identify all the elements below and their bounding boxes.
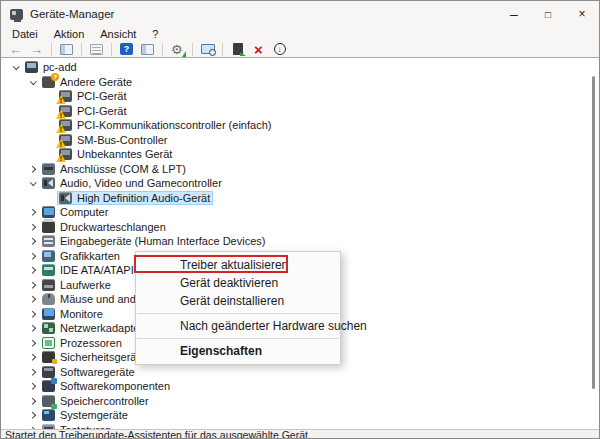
- maximize-button[interactable]: □: [531, 1, 565, 27]
- tree-item[interactable]: SM-Bus-Controller: [57, 133, 170, 148]
- tree-item[interactable]: Softwarekomponenten: [40, 379, 173, 394]
- toolbar-scan-hardware-changes-icon[interactable]: [199, 42, 216, 57]
- scrollbar-thumb[interactable]: [592, 76, 595, 389]
- tree-item[interactable]: PCI-Gerät: [57, 104, 130, 119]
- tree-row[interactable]: Systemgeräte: [1, 408, 599, 423]
- toolbar-show-console-tree-icon[interactable]: [58, 42, 75, 57]
- tree-row[interactable]: Eingabegeräte (Human Interface Devices): [1, 234, 599, 249]
- tree-row[interactable]: Speichercontroller: [1, 394, 599, 409]
- tree-item-selected[interactable]: High Definition Audio-Gerät: [57, 191, 213, 206]
- tree-item-label: pc-add: [43, 60, 77, 75]
- tree-item[interactable]: Monitore: [40, 307, 106, 322]
- context-menu-item[interactable]: Gerät deinstallieren: [136, 292, 340, 310]
- tree-row[interactable]: Unbekanntes Gerät: [1, 147, 599, 162]
- tree-item[interactable]: Prozessoren: [40, 336, 125, 351]
- toolbar-disable-device-icon[interactable]: ×: [250, 42, 267, 57]
- tree-item[interactable]: Audio, Video und Gamecontroller: [40, 176, 225, 191]
- menu-item-ansicht[interactable]: Ansicht: [92, 27, 144, 41]
- tree-item[interactable]: Anschlüsse (COM & LPT): [40, 162, 189, 177]
- tree-row[interactable]: PCI-Kommunikationscontroller (einfach): [1, 118, 599, 133]
- drive-device-icon: [42, 279, 55, 291]
- chevron-right-icon[interactable]: [26, 399, 40, 404]
- tree-item[interactable]: Netzwerkadapter: [40, 321, 146, 336]
- tree-item[interactable]: PCI-Kommunikationscontroller (einfach): [57, 118, 274, 133]
- chevron-right-icon[interactable]: [26, 326, 40, 331]
- tree-item[interactable]: Unbekanntes Gerät: [57, 147, 175, 162]
- toolbar-forward-icon[interactable]: →: [28, 42, 45, 57]
- tree-item[interactable]: Druckwarteschlangen: [40, 220, 169, 235]
- tree-row[interactable]: Computer: [1, 205, 599, 220]
- context-menu-item[interactable]: Nach geänderter Hardware suchen: [136, 317, 340, 335]
- tree-item[interactable]: Tastaturen: [40, 423, 114, 430]
- tree-row[interactable]: PCI-Gerät: [1, 89, 599, 104]
- toolbar-more-actions-icon[interactable]: ↓: [271, 42, 288, 57]
- chevron-right-icon[interactable]: [26, 225, 40, 230]
- chevron-right-icon[interactable]: [26, 312, 40, 317]
- menu-item-datei[interactable]: Datei: [4, 27, 46, 41]
- tree-item[interactable]: Computer: [40, 205, 111, 220]
- tree-row[interactable]: Softwarekomponenten: [1, 379, 599, 394]
- tree-row[interactable]: High Definition Audio-Gerät: [1, 191, 599, 206]
- close-button[interactable]: ×: [565, 1, 599, 27]
- toolbar-properties-icon[interactable]: [139, 42, 156, 57]
- tree-item[interactable]: Andere Geräte: [40, 75, 135, 90]
- tree-item[interactable]: pc-add: [23, 60, 80, 75]
- toolbar-uninstall-device-icon[interactable]: [229, 42, 246, 57]
- network-device-icon: [42, 322, 55, 334]
- tree-item[interactable]: PCI-Gerät: [57, 89, 130, 104]
- menu-item-aktion[interactable]: Aktion: [46, 27, 93, 41]
- toolbar-export-list-icon[interactable]: [88, 42, 105, 57]
- tree-item-label: SM-Bus-Controller: [77, 133, 167, 148]
- status-bar: Startet den Treiberupdate-Assistenten fü…: [1, 429, 599, 439]
- swcomp-device-icon: [42, 380, 55, 392]
- tree-item[interactable]: Softwaregeräte: [40, 365, 138, 380]
- tree-item[interactable]: Sicherheitsgeräte: [40, 350, 149, 365]
- unknown-cat-device-icon: [42, 76, 55, 88]
- toolbar-back-icon[interactable]: ←: [7, 42, 24, 57]
- chevron-right-icon[interactable]: [26, 254, 40, 259]
- tree-item[interactable]: Eingabegeräte (Human Interface Devices): [40, 234, 268, 249]
- chevron-down-icon[interactable]: [26, 81, 40, 84]
- tree-row[interactable]: Druckwarteschlangen: [1, 220, 599, 235]
- tree-row[interactable]: Softwaregeräte: [1, 365, 599, 380]
- tree-row[interactable]: Anschlüsse (COM & LPT): [1, 162, 599, 177]
- chevron-down-icon[interactable]: [26, 182, 40, 185]
- tree-row[interactable]: Audio, Video und Gamecontroller: [1, 176, 599, 191]
- chevron-right-icon[interactable]: [26, 167, 40, 172]
- monitor-device-icon: [42, 308, 55, 320]
- unknown-device-icon: [59, 119, 72, 131]
- tree-item-label: PCI-Gerät: [77, 89, 127, 104]
- tree-row[interactable]: PCI-Gerät: [1, 104, 599, 119]
- context-menu-item[interactable]: Eigenschaften: [136, 342, 340, 360]
- minimize-button[interactable]: –: [497, 1, 531, 27]
- chevron-right-icon[interactable]: [26, 297, 40, 302]
- tree-item[interactable]: Laufwerke: [40, 278, 114, 293]
- context-menu-item[interactable]: Treiber aktualisieren: [136, 256, 340, 274]
- chevron-right-icon[interactable]: [26, 210, 40, 215]
- chevron-down-icon[interactable]: [9, 66, 23, 69]
- tree-row[interactable]: SM-Bus-Controller: [1, 133, 599, 148]
- tree-item[interactable]: Grafikkarten: [40, 249, 123, 264]
- chevron-right-icon[interactable]: [26, 370, 40, 375]
- tree-row[interactable]: Andere Geräte: [1, 75, 599, 90]
- chevron-right-icon[interactable]: [26, 384, 40, 389]
- chevron-right-icon[interactable]: [26, 341, 40, 346]
- tree-row[interactable]: pc-add: [1, 60, 599, 75]
- toolbar-update-driver-icon[interactable]: ⚙: [169, 42, 186, 57]
- chevron-right-icon[interactable]: [26, 283, 40, 288]
- tree-row[interactable]: Tastaturen: [1, 423, 599, 430]
- show-console-tree-icon: [60, 44, 73, 55]
- chevron-right-icon[interactable]: [26, 413, 40, 418]
- chevron-right-icon[interactable]: [26, 355, 40, 360]
- chevron-right-icon[interactable]: [26, 428, 40, 430]
- context-menu-item[interactable]: Gerät deaktivieren: [136, 274, 340, 292]
- tree-item[interactable]: Systemgeräte: [40, 408, 131, 423]
- chevron-right-icon[interactable]: [26, 239, 40, 244]
- tree-item-label: Grafikkarten: [60, 249, 120, 264]
- toolbar-help-icon[interactable]: ?: [118, 42, 135, 57]
- menu-item-hilfe[interactable]: ?: [144, 27, 166, 41]
- ports-device-icon: [42, 163, 55, 175]
- tree-item[interactable]: Speichercontroller: [40, 394, 152, 409]
- audio-device-icon: [42, 177, 55, 189]
- chevron-right-icon[interactable]: [26, 268, 40, 273]
